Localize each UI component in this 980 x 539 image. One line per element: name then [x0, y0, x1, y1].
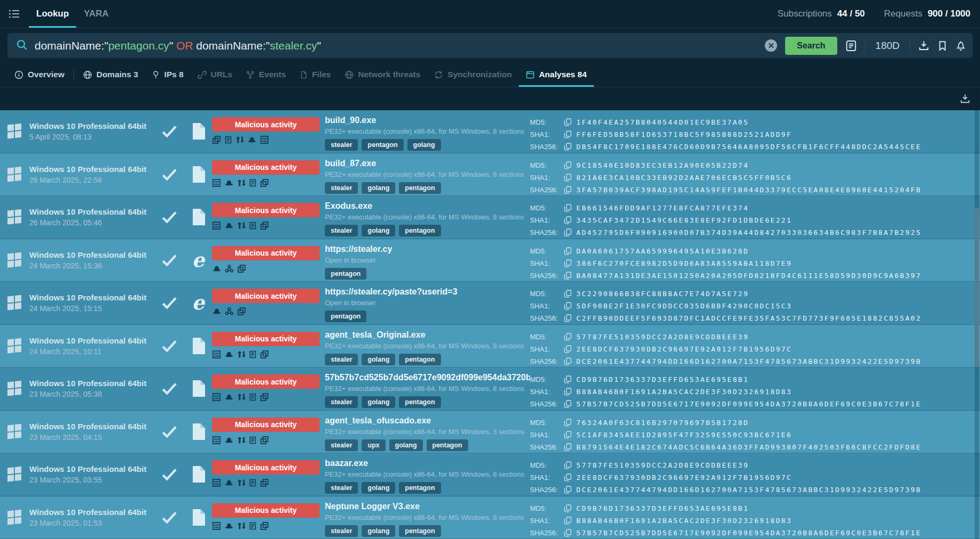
analysis-row[interactable]: Windows 10 Professional 64bit 5 April 20… [0, 110, 980, 153]
tab-urls[interactable]: URLs [191, 62, 239, 87]
object-name[interactable]: build_90.exe [325, 116, 530, 125]
copy-icon[interactable] [564, 216, 571, 224]
object-name[interactable]: Neptune Logger V3.exe [325, 502, 530, 511]
copy-icon[interactable] [564, 473, 571, 481]
analysis-row[interactable]: Windows 10 Professional 64bit 26 March 2… [0, 153, 980, 197]
tag-pentagon[interactable]: pentagon [399, 396, 440, 408]
copy-icon[interactable] [564, 400, 571, 408]
tag-stealer[interactable]: stealer [325, 482, 358, 494]
object-name[interactable]: https://stealer.cy/paste?userid=3 [325, 287, 530, 297]
copy-icon[interactable] [564, 388, 571, 396]
tag-upx[interactable]: upx [362, 439, 385, 451]
tag-pentagon[interactable]: pentagon [399, 182, 440, 194]
bookmark-icon[interactable] [937, 40, 948, 51]
tag-golang[interactable]: golang [362, 482, 395, 494]
download-icon[interactable] [918, 40, 929, 51]
copy-icon[interactable] [564, 272, 571, 280]
object-name[interactable]: 57b57b7cd525b7dd5e6717e9092df099e954da37… [325, 373, 530, 382]
search-button[interactable]: Search [785, 37, 837, 55]
tag-golang[interactable]: golang [389, 439, 423, 451]
copy-icon[interactable] [564, 333, 571, 341]
analysis-row[interactable]: Windows 10 Professional 64bit 23 March 2… [0, 496, 980, 539]
copy-icon[interactable] [564, 314, 571, 322]
tag-golang[interactable]: golang [362, 225, 395, 236]
object-name[interactable]: baazar.exe [325, 459, 530, 468]
tag-stealer[interactable]: stealer [325, 525, 358, 537]
tag-pentagon[interactable]: pentagon [427, 439, 468, 451]
top-tab-yara[interactable]: YARA [76, 0, 116, 28]
tag-stealer[interactable]: stealer [325, 396, 358, 408]
tag-stealer[interactable]: stealer [325, 139, 358, 151]
copy-icon[interactable] [564, 517, 571, 525]
search-query[interactable]: domainName:"pentagon.cy" OR domainName:"… [35, 39, 765, 52]
object-name[interactable]: agent_tesla_ofuscado.exe [325, 416, 530, 426]
copy-icon[interactable] [564, 302, 571, 310]
tab-synchronization[interactable]: Synchronization [427, 62, 519, 87]
analysis-row[interactable]: Windows 10 Professional 64bit 23 March 2… [0, 411, 980, 454]
tab-files[interactable]: Files [293, 62, 338, 87]
analysis-row[interactable]: Windows 10 Professional 64bit 23 March 2… [0, 453, 980, 496]
object-name[interactable]: Exodus.exe [325, 201, 530, 211]
tag-golang[interactable]: golang [407, 139, 441, 151]
tag-pentagon[interactable]: pentagon [325, 311, 366, 322]
tag-golang[interactable]: golang [362, 525, 395, 537]
copy-icon[interactable] [564, 486, 571, 494]
tab-ips-8[interactable]: IPs 8 [145, 62, 190, 87]
tab-network-threats[interactable]: Network threats [338, 62, 427, 87]
object-name[interactable]: build_87.exe [325, 159, 530, 168]
copy-icon[interactable] [564, 130, 571, 138]
top-tab-lookup[interactable]: Lookup [29, 0, 76, 28]
tag-stealer[interactable]: stealer [325, 354, 358, 365]
analysis-row[interactable]: Windows 10 Professional 64bit 24 March 2… [0, 239, 980, 282]
copy-icon[interactable] [564, 118, 571, 126]
copy-icon[interactable] [564, 143, 571, 151]
copy-icon[interactable] [564, 204, 571, 212]
query-report-icon[interactable] [845, 40, 857, 52]
analysis-row[interactable]: Windows 10 Professional 64bit 26 March 2… [0, 196, 980, 239]
copy-icon[interactable] [564, 529, 571, 537]
copy-icon[interactable] [564, 186, 571, 194]
export-download-icon[interactable] [960, 93, 970, 106]
analysis-row[interactable]: Windows 10 Professional 64bit 24 March 2… [0, 325, 980, 368]
period-selector[interactable]: 180D [873, 40, 902, 52]
tab-domains-3[interactable]: Domains 3 [76, 62, 145, 87]
menu-icon[interactable] [7, 7, 21, 21]
search-input[interactable]: domainName:"pentagon.cy" OR domainName:"… [7, 33, 973, 58]
tab-overview[interactable]: Overview [7, 62, 71, 87]
tag-stealer[interactable]: stealer [325, 439, 358, 451]
copy-icon[interactable] [564, 375, 571, 383]
tab-analyses-84[interactable]: Analyses 84 [519, 62, 594, 87]
tab-events[interactable]: Events [239, 62, 293, 87]
copy-icon[interactable] [564, 161, 571, 169]
tag-golang[interactable]: golang [362, 182, 395, 194]
copy-icon[interactable] [564, 174, 571, 182]
analysis-row[interactable]: Windows 10 Professional 64bit 23 March 2… [0, 368, 980, 411]
object-name[interactable]: agent_tesla_Original.exe [325, 330, 530, 340]
tag-golang[interactable]: golang [362, 396, 395, 408]
tag-pentagon[interactable]: pentagon [399, 525, 440, 537]
copy-icon[interactable] [564, 357, 571, 365]
tag-pentagon[interactable]: pentagon [399, 225, 440, 236]
clear-search-icon[interactable]: ✕ [765, 39, 777, 52]
tag-stealer[interactable]: stealer [325, 225, 358, 236]
tag-pentagon[interactable]: pentagon [399, 482, 440, 494]
notifications-bell-icon[interactable] [956, 40, 966, 51]
copy-icon[interactable] [564, 345, 571, 353]
copy-icon[interactable] [564, 259, 571, 267]
copy-icon[interactable] [564, 228, 571, 236]
tag-pentagon[interactable]: pentagon [362, 139, 403, 151]
tag-pentagon[interactable]: pentagon [325, 268, 366, 280]
scrollbar-thumb[interactable] [975, 208, 979, 368]
analysis-row[interactable]: Windows 10 Professional 64bit 24 March 2… [0, 282, 980, 325]
copy-icon[interactable] [564, 419, 571, 427]
copy-icon[interactable] [564, 290, 571, 298]
copy-icon[interactable] [564, 431, 571, 439]
copy-icon[interactable] [564, 461, 571, 469]
tag-pentagon[interactable]: pentagon [399, 354, 440, 365]
copy-icon[interactable] [564, 443, 571, 451]
tag-stealer[interactable]: stealer [325, 182, 358, 194]
object-name[interactable]: https://stealer.cy [325, 244, 530, 254]
tag-golang[interactable]: golang [362, 354, 395, 365]
copy-icon[interactable] [564, 504, 571, 512]
copy-icon[interactable] [564, 247, 571, 255]
